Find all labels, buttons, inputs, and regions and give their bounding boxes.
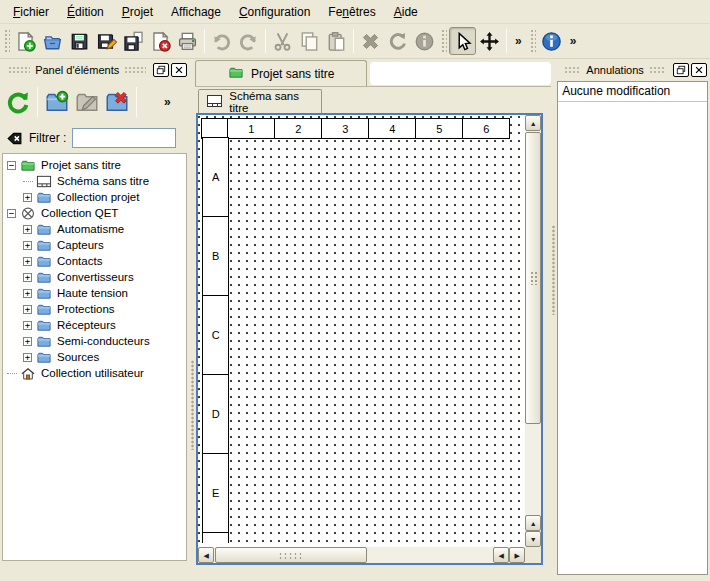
toolbar-drag-handle[interactable] <box>3 28 10 54</box>
copy-icon <box>299 31 320 52</box>
tree-item[interactable]: +Haute tension <box>3 285 186 301</box>
panel-toolbar-overflow-button[interactable]: » <box>159 95 176 109</box>
thumb-grip <box>278 552 304 560</box>
pan-mode-button[interactable] <box>476 27 503 55</box>
undo-list[interactable]: Aucune modification <box>557 81 708 575</box>
dock-float-button[interactable] <box>153 63 169 77</box>
schema-view[interactable]: 123456 ABCDE ▲ ▲ ▼ ◀ ◀ ▶ <box>196 113 543 565</box>
toolbar-overflow-button[interactable]: » <box>565 34 582 48</box>
scroll-left-button-2[interactable]: ◀ <box>493 547 509 563</box>
tab-project[interactable]: Projet sans titre <box>195 60 367 86</box>
dock-close-button[interactable] <box>171 63 187 77</box>
menu-item[interactable]: Aide <box>385 2 427 22</box>
delete-category-button[interactable] <box>102 86 132 118</box>
tab-schema[interactable]: Schéma sans titre <box>198 89 322 114</box>
toolbar-drag-handle[interactable] <box>440 28 447 54</box>
about-info-button[interactable] <box>538 27 565 55</box>
toolbar-separator <box>353 29 354 53</box>
tree-item[interactable]: +Protections <box>3 301 186 317</box>
menu-item[interactable]: Édition <box>58 2 113 22</box>
expand-icon[interactable]: + <box>23 321 32 330</box>
print-button[interactable] <box>174 27 201 55</box>
expand-icon[interactable]: + <box>23 289 32 298</box>
blue-folder-icon <box>36 238 52 253</box>
dock-title-texture <box>124 66 146 75</box>
undo-list-item[interactable]: Aucune modification <box>558 82 707 102</box>
tree-item[interactable]: +Automatisme <box>3 221 186 237</box>
schema-canvas[interactable]: 123456 ABCDE <box>198 115 525 547</box>
expand-icon[interactable]: + <box>23 337 32 346</box>
scroll-left-button[interactable]: ◀ <box>198 547 214 563</box>
tree-item-label: Projet sans titre <box>41 159 121 171</box>
toolbar-drag-handle[interactable] <box>529 28 536 54</box>
new-category-button[interactable] <box>42 86 72 118</box>
tree-item[interactable]: −Collection QET <box>3 205 186 221</box>
scroll-up-button[interactable]: ▲ <box>525 115 541 131</box>
save-as-button[interactable] <box>93 27 120 55</box>
right-splitter[interactable] <box>551 60 556 581</box>
expand-icon[interactable]: + <box>23 305 32 314</box>
blue-folder-icon <box>36 190 52 205</box>
undo-dock-titlebar[interactable]: Annulations <box>556 60 710 80</box>
tree-item[interactable]: +Semi-conducteurs <box>3 333 186 349</box>
horizontal-scrollbar[interactable]: ◀ ◀ ▶ <box>198 547 525 563</box>
tree-item[interactable]: −Projet sans titre <box>3 157 186 173</box>
expand-icon[interactable]: + <box>23 193 32 202</box>
blue-folder-icon <box>36 286 52 301</box>
vertical-scroll-thumb[interactable] <box>525 132 541 424</box>
horizontal-scroll-thumb[interactable] <box>215 547 367 563</box>
menu-item[interactable]: Fichier <box>4 2 58 22</box>
scroll-down-button[interactable]: ▼ <box>525 531 541 547</box>
menu-item[interactable]: Configuration <box>230 2 319 22</box>
menu-item[interactable]: Projet <box>113 2 162 22</box>
dock-close-button[interactable] <box>691 63 707 77</box>
tree-item[interactable]: +Collection projet <box>3 189 186 205</box>
float-icon <box>676 65 686 75</box>
tree-item[interactable]: +Contacts <box>3 253 186 269</box>
expand-icon[interactable]: + <box>23 257 32 266</box>
filter-input[interactable] <box>72 128 176 148</box>
expand-icon[interactable]: + <box>23 353 32 362</box>
expand-icon[interactable]: + <box>23 273 32 282</box>
scroll-track[interactable] <box>367 547 493 563</box>
rotate-button <box>384 27 411 55</box>
save-all-button[interactable] <box>120 27 147 55</box>
tree-item[interactable]: +Sources <box>3 349 186 365</box>
scroll-up-button-2[interactable]: ▲ <box>525 515 541 531</box>
vertical-scrollbar[interactable]: ▲ ▲ ▼ <box>525 115 541 547</box>
elements-panel-titlebar[interactable]: Panel d'éléments <box>0 60 190 80</box>
scroll-right-button[interactable]: ▶ <box>509 547 525 563</box>
undo-dock-title: Annulations <box>586 64 644 76</box>
expand-icon[interactable]: + <box>23 241 32 250</box>
tree-item[interactable]: Collection utilisateur <box>3 365 186 381</box>
reload-collections-button[interactable] <box>3 86 33 118</box>
collapse-icon[interactable]: − <box>7 209 16 218</box>
tree-item-label: Semi-conducteurs <box>57 335 150 347</box>
menu-item[interactable]: Fenêtres <box>319 2 384 22</box>
clear-filter-icon[interactable] <box>6 130 23 147</box>
expand-icon[interactable]: + <box>23 225 32 234</box>
selection-mode-button[interactable] <box>449 27 476 55</box>
new-project-button[interactable] <box>12 27 39 55</box>
project-tab-label: Projet sans titre <box>251 67 334 81</box>
tree-item[interactable]: +Récepteurs <box>3 317 186 333</box>
tree-item[interactable]: +Capteurs <box>3 237 186 253</box>
menu-item[interactable]: Affichage <box>162 2 230 22</box>
info-gray-icon <box>414 31 435 52</box>
home-icon <box>20 366 36 381</box>
tree-branch-line <box>23 181 33 182</box>
scroll-track[interactable] <box>525 424 541 515</box>
tree-item[interactable]: Schéma sans titre <box>3 173 186 189</box>
main-toolbar: » » <box>0 24 710 59</box>
close-file-button[interactable] <box>147 27 174 55</box>
blue-folder-icon <box>36 334 52 349</box>
tree-item-label: Récepteurs <box>57 319 116 331</box>
dock-float-button[interactable] <box>673 63 689 77</box>
toolbar-overflow-button[interactable]: » <box>510 34 527 48</box>
open-project-button[interactable] <box>39 27 66 55</box>
collapse-icon[interactable]: − <box>7 161 16 170</box>
tree-item[interactable]: +Convertisseurs <box>3 269 186 285</box>
column-ruler: 123456 <box>202 118 510 139</box>
save-button[interactable] <box>66 27 93 55</box>
project-tabbar: Projet sans titre <box>195 60 551 87</box>
